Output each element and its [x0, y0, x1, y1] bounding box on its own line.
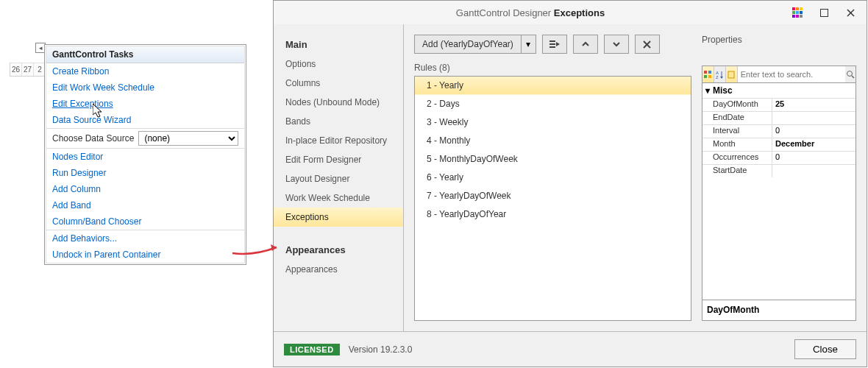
maximize-button[interactable]	[814, 4, 834, 21]
designer-footer: LICENSED Version 19.2.3.0 Close	[274, 331, 867, 367]
rule-item[interactable]: 4 - Monthly	[415, 132, 691, 150]
rule-item[interactable]: 3 - Weekly	[415, 113, 691, 132]
property-description: DayOfMonth	[702, 300, 856, 321]
nav-item-layout-designer[interactable]: Layout Designer	[274, 169, 403, 188]
nav-item-edit-form-designer[interactable]: Edit Form Designer	[274, 150, 403, 169]
add-rule-combo[interactable]: Add (YearlyDayOfYear) ▾	[414, 35, 536, 54]
cm-edit-exceptions[interactable]: Edit Exceptions	[46, 96, 244, 112]
svg-point-20	[847, 71, 852, 77]
property-name: StartDate	[702, 165, 772, 177]
nav-panel: Main OptionsColumnsNodes (Unbound Mode)B…	[274, 24, 404, 331]
cm-run-designer[interactable]: Run Designer	[46, 165, 244, 181]
property-grid-toolbar: AZ	[702, 66, 856, 83]
nav-item-bands[interactable]: Bands	[274, 112, 403, 131]
property-row[interactable]: Occurrences0	[702, 151, 855, 164]
property-value[interactable]	[772, 112, 855, 124]
property-name: EndDate	[702, 112, 772, 124]
svg-rect-13	[704, 75, 707, 78]
svg-rect-2	[820, 9, 828, 16]
chevron-down-icon[interactable]: ▾	[521, 35, 536, 53]
delete-button[interactable]	[635, 35, 660, 54]
titlebar: GanttControl Designer Exceptions	[274, 1, 867, 24]
property-category[interactable]: ▾ Misc	[702, 83, 855, 98]
search-icon[interactable]	[845, 66, 855, 82]
cm-add-column[interactable]: Add Column	[46, 181, 244, 197]
close-window-button[interactable]	[840, 4, 861, 21]
svg-rect-14	[708, 75, 711, 78]
rules-list[interactable]: 1 - Yearly2 - Days3 - Weekly4 - Monthly5…	[414, 76, 691, 321]
property-row[interactable]: MonthDecember	[702, 138, 855, 151]
licensed-badge: LICENSED	[284, 344, 340, 355]
cm-nodes-editor[interactable]: Nodes Editor	[46, 149, 244, 165]
nav-item-appearances[interactable]: Appearances	[274, 260, 403, 279]
nav-item-columns[interactable]: Columns	[274, 74, 403, 93]
svg-marker-8	[556, 42, 560, 46]
main-panel: Add (YearlyDayOfYear) ▾	[404, 24, 867, 331]
edit-button[interactable]	[542, 35, 567, 54]
property-row[interactable]: EndDate	[702, 111, 855, 124]
col-cell: 26	[10, 63, 22, 76]
rule-item[interactable]: 2 - Days	[415, 95, 691, 113]
gantt-tasks-popup: GanttControl Tasks Create Ribbon Edit Wo…	[44, 44, 246, 265]
version-text: Version 19.2.3.0	[349, 344, 413, 355]
svg-rect-11	[704, 71, 707, 74]
property-value[interactable]	[772, 165, 855, 177]
properties-label: Properties	[702, 35, 856, 45]
property-pages-button[interactable]	[726, 66, 738, 82]
rule-item[interactable]: 6 - Yearly	[415, 169, 691, 187]
nav-item-exceptions[interactable]: Exceptions	[274, 208, 403, 227]
property-name: Month	[702, 138, 772, 151]
property-value[interactable]: 0	[772, 125, 855, 138]
svg-line-21	[852, 76, 854, 78]
property-name: Occurrences	[702, 152, 772, 164]
cm-data-source-wizard[interactable]: Data Source Wizard	[46, 112, 244, 128]
property-row[interactable]: StartDate	[702, 164, 855, 177]
cm-add-behaviors[interactable]: Add Behaviors...	[46, 230, 244, 247]
move-up-button[interactable]	[573, 35, 598, 54]
collapse-icon[interactable]: ▾	[705, 85, 710, 96]
choose-ds-select[interactable]: (none)	[138, 131, 238, 146]
popup-title: GanttControl Tasks	[46, 46, 244, 63]
close-button[interactable]: Close	[794, 339, 856, 359]
property-name: DayOfMonth	[702, 99, 772, 111]
nav-item-nodes-unbound-mode-[interactable]: Nodes (Unbound Mode)	[274, 93, 403, 112]
alphabetical-view-button[interactable]: AZ	[714, 66, 726, 82]
color-theme-button[interactable]	[787, 4, 808, 21]
svg-text:Z: Z	[716, 75, 719, 79]
categorized-view-button[interactable]	[702, 66, 714, 82]
cm-create-ribbon[interactable]: Create Ribbon	[46, 63, 244, 79]
move-down-button[interactable]	[604, 35, 629, 54]
nav-item-options[interactable]: Options	[274, 54, 403, 74]
svg-marker-18	[720, 77, 723, 79]
col-cell: 27	[22, 63, 34, 76]
property-value[interactable]: 0	[772, 152, 855, 164]
property-grid[interactable]: ▾ Misc DayOfMonth25EndDateInterval0Month…	[702, 83, 856, 300]
property-name: Interval	[702, 125, 772, 138]
rules-label: Rules (8)	[414, 63, 691, 73]
property-row[interactable]: Interval0	[702, 124, 855, 138]
property-row[interactable]: DayOfMonth25	[702, 98, 855, 111]
designer-window: GanttControl Designer Exceptions Main Op…	[273, 0, 867, 367]
nav-item-in-place-editor-repository[interactable]: In-place Editor Repository	[274, 131, 403, 150]
svg-rect-12	[708, 71, 711, 74]
rule-item[interactable]: 1 - Yearly	[415, 77, 691, 95]
cm-column-band-chooser[interactable]: Column/Band Chooser	[46, 213, 244, 230]
cm-undock[interactable]: Undock in Parent Container	[46, 247, 244, 263]
background-column-headers: 26 27 2	[10, 63, 46, 77]
choose-data-source-row: Choose Data Source (none)	[46, 129, 244, 148]
nav-item-work-week-schedule[interactable]: Work Week Schedule	[274, 188, 403, 208]
svg-rect-19	[728, 71, 734, 78]
rule-item[interactable]: 8 - YearlyDayOfYear	[415, 205, 691, 224]
nav-group-appearances: Appearances	[274, 240, 403, 260]
window-title: GanttControl Designer Exceptions	[280, 7, 781, 18]
cm-edit-work-week[interactable]: Edit Work Week Schedule	[46, 79, 244, 96]
nav-group-main: Main	[274, 35, 403, 54]
property-value[interactable]: 25	[772, 99, 855, 111]
property-value[interactable]: December	[772, 138, 855, 151]
properties-search-input[interactable]	[738, 66, 845, 82]
category-label: Misc	[713, 85, 733, 96]
rule-item[interactable]: 5 - MonthlyDayOfWeek	[415, 150, 691, 169]
rule-item[interactable]: 7 - YearlyDayOfWeek	[415, 187, 691, 205]
choose-ds-label: Choose Data Source	[52, 133, 134, 144]
cm-add-band[interactable]: Add Band	[46, 197, 244, 213]
